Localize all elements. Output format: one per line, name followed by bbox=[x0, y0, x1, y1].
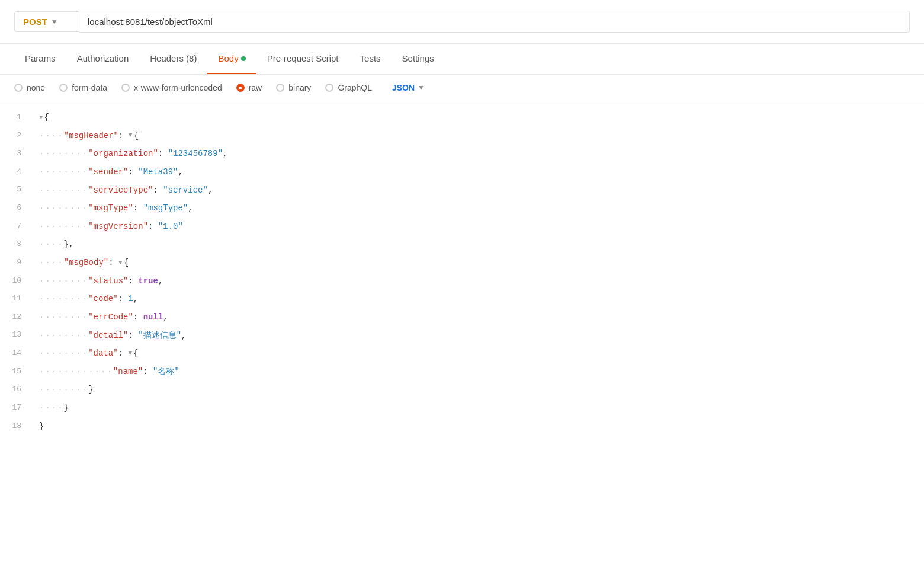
radio-form-data[interactable]: form-data bbox=[59, 83, 107, 92]
chevron-down-icon: ▼ bbox=[51, 18, 58, 26]
code-line-17: ····} bbox=[39, 399, 915, 417]
indent-dots-2: ···· bbox=[39, 129, 64, 143]
indent-dots-9: ···· bbox=[39, 255, 64, 270]
line-num-17: 17 bbox=[8, 399, 21, 417]
tab-authorization[interactable]: Authorization bbox=[66, 44, 140, 74]
fold-icon-14: ▼ bbox=[128, 348, 132, 359]
code-line-2: ····"msgHeader": ▼{ bbox=[39, 127, 915, 145]
line-num-3: 3 bbox=[8, 145, 21, 163]
code-line-18: } bbox=[39, 417, 915, 436]
radio-circle-graphql bbox=[325, 84, 333, 92]
radio-circle-binary bbox=[276, 84, 284, 92]
tab-headers[interactable]: Headers (8) bbox=[139, 44, 207, 74]
fold-icon-2: ▼ bbox=[129, 130, 133, 141]
code-line-6: ········"msgType": "msgType", bbox=[39, 199, 915, 218]
radio-x-www-form-urlencoded[interactable]: x-www-form-urlencoded bbox=[121, 83, 222, 92]
indent-dots-14: ········ bbox=[39, 346, 88, 361]
radio-circle-none bbox=[14, 84, 23, 92]
code-line-4: ········"sender": "Meta39", bbox=[39, 163, 915, 181]
code-line-16: ········} bbox=[39, 380, 915, 399]
url-bar: POST ▼ bbox=[0, 0, 924, 44]
code-line-9: ····"msgBody": ▼{ bbox=[39, 254, 915, 272]
code-line-1: ▼{ bbox=[39, 108, 915, 127]
method-label: POST bbox=[23, 17, 47, 27]
indent-dots-6: ········ bbox=[39, 201, 88, 216]
indent-dots-10: ········ bbox=[39, 274, 88, 289]
line-num-12: 12 bbox=[8, 308, 21, 327]
fold-icon-9: ▼ bbox=[118, 257, 123, 268]
line-num-16: 16 bbox=[8, 380, 21, 399]
radio-graphql[interactable]: GraphQL bbox=[325, 83, 372, 92]
indent-dots-12: ········ bbox=[39, 310, 88, 325]
body-type-bar: none form-data x-www-form-urlencoded raw… bbox=[0, 75, 924, 101]
line-num-11: 11 bbox=[8, 290, 21, 308]
line-num-9: 9 bbox=[8, 254, 21, 272]
indent-dots-16: ········ bbox=[39, 382, 88, 397]
fold-icon-1: ▼ bbox=[39, 112, 43, 123]
tab-body[interactable]: Body bbox=[207, 44, 256, 74]
radio-binary[interactable]: binary bbox=[276, 83, 311, 92]
tab-params[interactable]: Params bbox=[14, 44, 66, 74]
code-line-5: ········"serviceType": "service", bbox=[39, 181, 915, 200]
indent-dots-4: ········ bbox=[39, 165, 88, 180]
code-content[interactable]: ▼{ ····"msgHeader": ▼{ ········"organiza… bbox=[30, 108, 924, 509]
code-line-13: ········"detail": "描述信息", bbox=[39, 327, 915, 345]
json-format-selector[interactable]: JSON ▼ bbox=[392, 83, 425, 92]
url-input[interactable] bbox=[79, 11, 910, 33]
code-line-7: ········"msgVersion": "1.0" bbox=[39, 218, 915, 236]
indent-dots-7: ········ bbox=[39, 219, 88, 234]
radio-raw[interactable]: raw bbox=[236, 83, 262, 92]
tabs-bar: Params Authorization Headers (8) Body Pr… bbox=[0, 44, 924, 75]
line-num-1: 1 bbox=[8, 108, 21, 127]
line-num-13: 13 bbox=[8, 327, 21, 345]
tab-pre-request[interactable]: Pre-request Script bbox=[256, 44, 349, 74]
method-selector[interactable]: POST ▼ bbox=[14, 11, 79, 32]
radio-none[interactable]: none bbox=[14, 83, 45, 92]
code-line-15: ············"name": "名称" bbox=[39, 363, 915, 381]
tab-settings[interactable]: Settings bbox=[392, 44, 445, 74]
line-numbers: 1 2 3 4 5 6 7 8 9 10 11 12 13 14 15 16 1… bbox=[0, 108, 30, 509]
radio-circle-raw bbox=[236, 84, 245, 92]
radio-circle-urlencoded bbox=[121, 84, 130, 92]
code-line-12: ········"errCode": null, bbox=[39, 308, 915, 327]
code-line-14: ········"data": ▼{ bbox=[39, 344, 915, 363]
code-line-10: ········"status": true, bbox=[39, 272, 915, 290]
line-num-18: 18 bbox=[8, 417, 21, 436]
code-line-11: ········"code": 1, bbox=[39, 290, 915, 308]
json-chevron-icon: ▼ bbox=[418, 84, 425, 92]
line-num-7: 7 bbox=[8, 218, 21, 236]
line-num-5: 5 bbox=[8, 181, 21, 200]
json-format-label: JSON bbox=[392, 83, 415, 92]
indent-dots-3: ········ bbox=[39, 146, 88, 161]
indent-dots-8: ···· bbox=[39, 237, 64, 252]
indent-dots-5: ········ bbox=[39, 183, 88, 198]
line-num-2: 2 bbox=[8, 127, 21, 145]
indent-dots-17: ···· bbox=[39, 401, 64, 415]
code-line-8: ····}, bbox=[39, 235, 915, 254]
indent-dots-13: ········ bbox=[39, 328, 88, 343]
code-editor[interactable]: 1 2 3 4 5 6 7 8 9 10 11 12 13 14 15 16 1… bbox=[0, 101, 924, 516]
indent-dots-15: ············ bbox=[39, 364, 113, 379]
radio-circle-form-data bbox=[59, 84, 68, 92]
line-num-4: 4 bbox=[8, 163, 21, 181]
line-num-6: 6 bbox=[8, 199, 21, 218]
body-active-dot bbox=[241, 56, 246, 61]
tab-tests[interactable]: Tests bbox=[349, 44, 392, 74]
code-line-3: ········"organization": "123456789", bbox=[39, 145, 915, 163]
line-num-10: 10 bbox=[8, 272, 21, 290]
indent-dots-11: ········ bbox=[39, 292, 88, 306]
line-num-15: 15 bbox=[8, 363, 21, 381]
line-num-8: 8 bbox=[8, 235, 21, 254]
line-num-14: 14 bbox=[8, 344, 21, 363]
